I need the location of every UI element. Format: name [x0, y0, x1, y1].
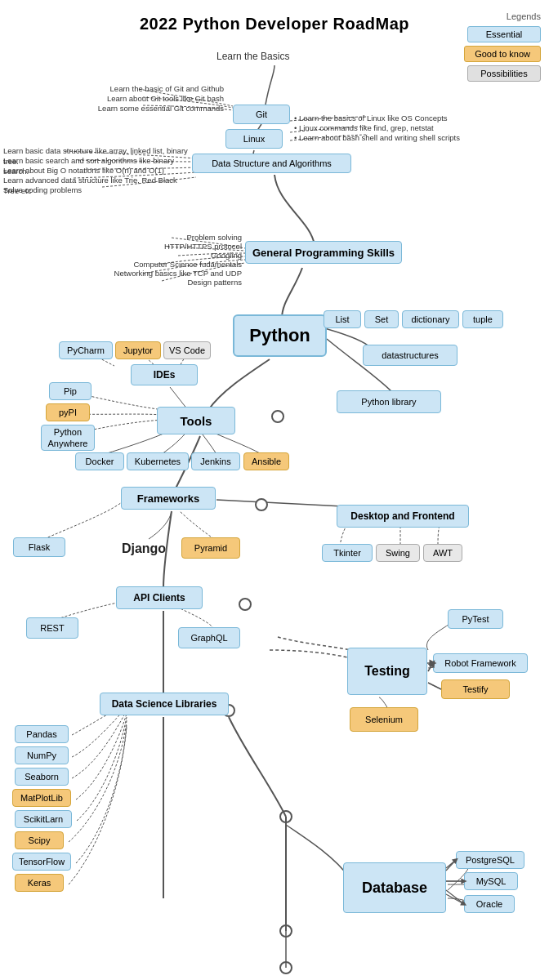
- svg-point-5: [280, 925, 292, 937]
- svg-line-9: [446, 860, 456, 871]
- matplotlib-node: MatPlotLib: [12, 789, 71, 807]
- page-container: 2022 Python Developer RoadMap Legends Es…: [0, 0, 549, 40]
- linux-annotation-3: • Learn about bash shell and writing she…: [294, 132, 523, 143]
- kubernetes-node: Kubernetes: [127, 452, 189, 470]
- python-node: Python: [233, 314, 327, 357]
- learn-basics-label: Learn the Basics: [216, 51, 289, 62]
- testing-node: Testing: [347, 648, 427, 695]
- svg-point-6: [280, 962, 292, 973]
- legend-title: Legends: [507, 11, 541, 21]
- tensorflow-node: TensorFlow: [12, 853, 71, 871]
- pip-node: Pip: [49, 382, 92, 400]
- pycharm-node: PyCharm: [59, 341, 113, 359]
- selenium-node: Selenium: [350, 707, 418, 732]
- legend-good: Good to know: [464, 46, 541, 62]
- awt-node: AWT: [423, 544, 462, 562]
- gps-node: General Programming Skills: [245, 241, 402, 264]
- git-annotation-3: Learn some essential Git commands: [46, 103, 224, 114]
- pyramid-node: Pyramid: [181, 537, 240, 559]
- gps-annotation-6: Design patterns: [132, 277, 242, 287]
- git-node: Git: [233, 105, 290, 124]
- svg-line-8: [428, 683, 441, 689]
- pypi-node: pyPI: [46, 403, 90, 421]
- api-clients-node: API Clients: [116, 586, 203, 609]
- mysql-node: MySQL: [464, 872, 518, 890]
- dict-node: dictionary: [402, 310, 459, 328]
- jupytor-node: Jupytor: [115, 341, 161, 359]
- ides-node: IDEs: [131, 364, 198, 385]
- desktop-frontend-node: Desktop and Frontend: [337, 505, 469, 528]
- svg-point-4: [280, 811, 292, 822]
- graphql-node: GraphQL: [178, 627, 240, 648]
- list-node: List: [324, 310, 361, 328]
- svg-point-2: [239, 599, 251, 610]
- ansible-node: Ansible: [243, 452, 289, 470]
- seaborn-node: Seaborn: [15, 768, 69, 786]
- linux-node: Linux: [225, 129, 283, 149]
- docker-node: Docker: [75, 452, 124, 470]
- datastructures-node: datastructures: [363, 345, 458, 366]
- jenkins-node: Jenkins: [191, 452, 240, 470]
- postgresql-node: PostgreSQL: [456, 851, 524, 869]
- frameworks-node: Frameworks: [121, 487, 216, 510]
- vscode-node: VS Code: [163, 341, 211, 359]
- tools-node: Tools: [157, 407, 235, 434]
- python-anywhere-node: Python Anywhere: [41, 425, 95, 451]
- scipy-node: Scipy: [15, 831, 64, 849]
- python-library-node: Python library: [337, 390, 441, 413]
- svg-point-1: [256, 499, 267, 510]
- tuple-node: tuple: [462, 310, 503, 328]
- flask-node: Flask: [13, 537, 65, 557]
- scikitlearn-node: ScikitLarn: [15, 810, 72, 828]
- oracle-node: Oracle: [464, 895, 515, 913]
- robot-framework-node: Robot Framework: [433, 653, 528, 673]
- legend: Legends Essential Good to know Possibili…: [464, 11, 541, 82]
- database-node: Database: [343, 862, 446, 913]
- set-node: Set: [364, 310, 399, 328]
- pytest-node: PyTest: [448, 609, 503, 629]
- django-node: Django: [114, 537, 173, 560]
- testify-node: Testify: [441, 679, 510, 699]
- tkinter-node: Tkinter: [322, 544, 373, 562]
- numpy-node: NumPy: [15, 746, 69, 764]
- rest-node: REST: [26, 617, 78, 639]
- legend-possibilities: Possibilities: [467, 65, 541, 82]
- keras-node: Keras: [15, 874, 64, 892]
- legend-essential: Essential: [467, 26, 541, 42]
- svg-point-0: [272, 411, 283, 422]
- dsa-node: Data Structure and Algorithms: [192, 154, 351, 173]
- pandas-node: Pandas: [15, 725, 69, 743]
- swing-node: Swing: [376, 544, 420, 562]
- svg-line-11: [446, 890, 464, 904]
- dsa-annotation-5: Solve coding problems: [3, 185, 190, 195]
- ds-libs-node: Data Science Libraries: [100, 693, 229, 715]
